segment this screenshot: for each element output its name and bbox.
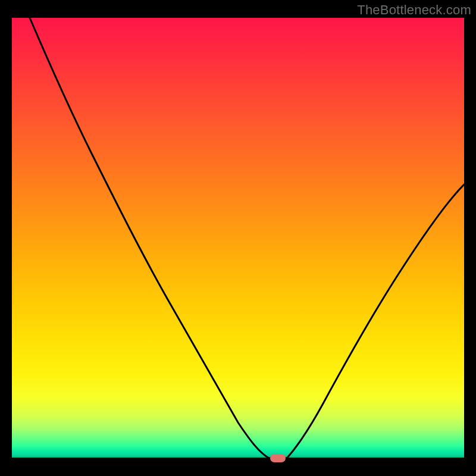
plot-area — [12, 18, 464, 464]
optimum-marker — [270, 454, 286, 462]
watermark-text: TheBottleneck.com — [357, 2, 471, 18]
chart-frame: TheBottleneck.com — [0, 0, 476, 476]
bottleneck-curve — [12, 18, 464, 464]
